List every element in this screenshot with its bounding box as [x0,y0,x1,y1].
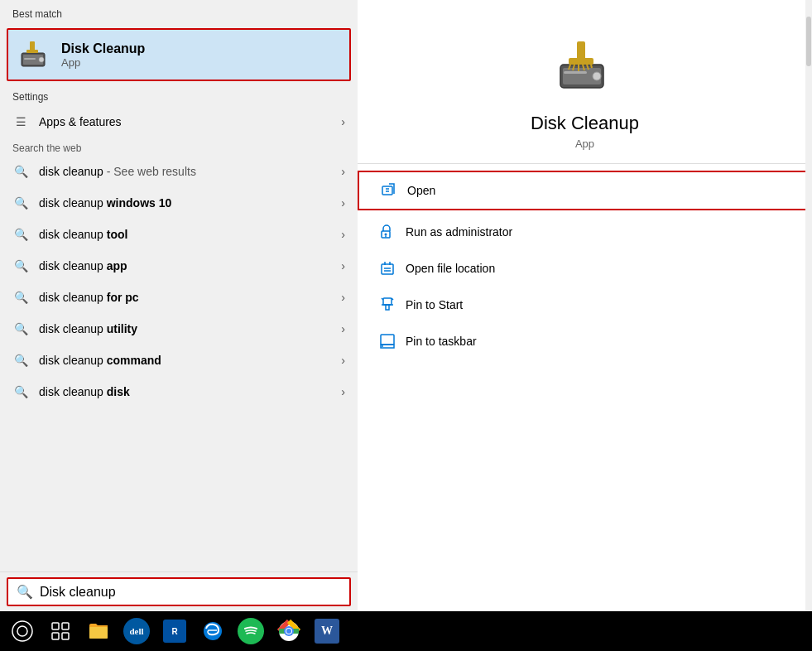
search-icon-3: 🔍 [12,258,29,274]
run-as-admin-label: Run as administrator [406,225,512,239]
search-web-label: Search the web [0,137,358,156]
svg-rect-41 [52,633,59,639]
svg-rect-40 [62,623,69,629]
task-view-button[interactable] [41,612,79,650]
search-icon-7: 🔍 [12,383,29,400]
search-item-label-6: disk cleanup command [39,354,341,367]
chevron-6: › [341,354,345,367]
disk-cleanup-app-icon [18,38,51,71]
spotify-button[interactable] [232,612,270,650]
open-label: Open [407,184,435,197]
pin-to-taskbar-label: Pin to taskbar [406,335,477,348]
svg-rect-17 [564,71,587,74]
open-action[interactable]: Open [358,171,812,210]
svg-rect-44 [89,627,108,639]
file-explorer-button[interactable] [79,612,118,650]
search-item-label-1: disk cleanup windows 10 [39,196,341,210]
svg-rect-18 [382,186,392,195]
pin-to-taskbar-icon [377,331,397,351]
search-icon-2: 🔍 [12,226,29,243]
best-match-name: Disk Cleanup [61,41,145,56]
search-item-0[interactable]: 🔍 disk cleanup - See web results › [0,156,358,187]
best-match-disk-cleanup[interactable]: Disk Cleanup App [7,28,351,81]
svg-line-15 [591,65,592,68]
search-item-label-7: disk cleanup disk [39,385,341,398]
best-match-text-container: Disk Cleanup App [61,41,145,69]
search-bar-container: 🔍 Disk cleanup [0,571,358,611]
svg-rect-5 [24,58,36,60]
search-icon-6: 🔍 [12,352,29,369]
chevron-4: › [341,291,345,304]
edge-button[interactable] [194,612,232,650]
settings-label: Settings [0,84,358,106]
svg-point-22 [385,234,387,236]
svg-rect-34 [381,335,394,345]
chevron-3: › [341,259,345,272]
open-file-location-action[interactable]: Open file location [358,250,812,287]
chevron-5: › [341,322,345,335]
apps-features-chevron: › [341,115,345,128]
search-item-2[interactable]: 🔍 disk cleanup tool › [0,219,358,250]
start-button[interactable] [3,612,41,650]
svg-point-38 [17,626,27,636]
scrollbar-thumb [806,17,811,66]
right-panel-type: App [575,137,594,150]
search-item-6[interactable]: 🔍 disk cleanup command › [0,345,358,376]
search-item-3[interactable]: 🔍 disk cleanup app › [0,250,358,282]
search-item-label-0: disk cleanup - See web results [39,165,341,178]
search-icon-1: 🔍 [12,195,29,211]
best-match-label: Best match [0,0,358,25]
search-item-label-4: disk cleanup for pc [39,291,341,304]
search-input[interactable]: Disk cleanup [40,585,116,600]
search-item-5[interactable]: 🔍 disk cleanup utility › [0,313,358,345]
app5-button[interactable]: R [156,612,194,650]
dell-app-button[interactable]: dell [118,612,156,650]
search-icon-4: 🔍 [12,289,29,306]
right-panel-title: Disk Cleanup [531,113,639,134]
scrollbar[interactable] [805,0,812,611]
run-as-admin-action[interactable]: Run as administrator [358,214,812,250]
chrome-button[interactable] [270,612,308,650]
search-item-7[interactable]: 🔍 disk cleanup disk › [0,376,358,407]
word-button[interactable]: W [308,612,346,650]
open-file-location-icon [377,258,397,278]
svg-rect-42 [62,633,69,639]
right-panel-app-icon [552,33,618,99]
svg-rect-29 [383,298,392,305]
pin-to-start-label: Pin to Start [406,298,463,311]
taskbar: dell R [0,611,812,651]
search-item-1[interactable]: 🔍 disk cleanup windows 10 › [0,187,358,219]
svg-rect-9 [569,58,593,65]
pin-to-taskbar-action[interactable]: Pin to taskbar [358,323,812,359]
svg-point-37 [12,621,32,641]
run-as-admin-icon [377,222,397,242]
svg-rect-39 [52,623,59,629]
search-bar[interactable]: 🔍 Disk cleanup [7,577,351,606]
search-bar-icon: 🔍 [17,584,33,600]
right-panel-divider [358,163,812,164]
chevron-1: › [341,196,345,210]
search-item-4[interactable]: 🔍 disk cleanup for pc › [0,282,358,313]
search-item-label-2: disk cleanup tool [39,228,341,241]
svg-point-4 [39,57,44,62]
apps-features-icon: ☰ [12,113,29,130]
apps-features-label: Apps & features [39,115,341,128]
search-icon-0: 🔍 [12,163,29,180]
chevron-0: › [341,165,345,178]
search-item-label-5: disk cleanup utility [39,322,341,335]
open-icon [379,181,399,200]
pin-to-start-action[interactable]: Pin to Start [358,287,812,323]
pin-to-start-icon [377,295,397,315]
best-match-type: App [61,56,145,69]
chevron-7: › [341,385,345,398]
search-item-label-3: disk cleanup app [39,259,341,272]
chevron-2: › [341,228,345,241]
svg-rect-3 [26,50,38,53]
open-file-location-label: Open file location [406,262,495,275]
svg-rect-30 [386,305,389,310]
svg-point-50 [286,629,291,634]
right-panel: Disk Cleanup App Open [358,0,812,611]
search-icon-5: 🔍 [12,321,29,337]
apps-features-item[interactable]: ☰ Apps & features › [0,106,358,137]
svg-point-16 [593,72,601,80]
